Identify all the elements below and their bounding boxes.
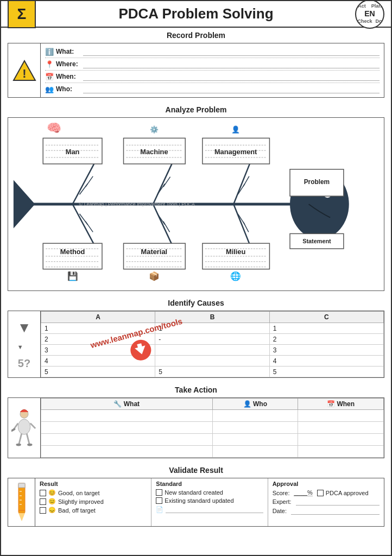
people-icon: 👥 — [45, 85, 54, 93]
svg-line-8 — [153, 164, 172, 204]
svg-text:© Leanmap | Performance Improv: © Leanmap | Performance Improvement Tool… — [79, 201, 195, 207]
result-bad-row: 😞 Bad, off target — [40, 507, 147, 514]
pdca-approved-label: PDCA approved — [326, 490, 369, 496]
validate-result-title: Validate Result — [8, 466, 384, 475]
new-standard-label: New standard created — [165, 489, 223, 496]
pdca-badge: Act Plan EN Check Do — [355, 0, 384, 29]
action-col-what: 🔧 What — [41, 399, 213, 410]
record-fields: ℹ️ What: 📍 Where: 📅 When: — [41, 43, 384, 97]
bad-label: Bad, off target — [58, 507, 96, 514]
funnel-icon: ▼▼ — [17, 319, 31, 353]
action-col-when: 📅 When — [298, 399, 384, 410]
svg-marker-3 — [14, 180, 35, 229]
record-when-line — [83, 72, 380, 81]
svg-line-12 — [233, 204, 250, 244]
record-problem-section: Record Problem ! ℹ️ What: 📍 Whe — [1, 28, 391, 102]
validate-box: Result 😊 Good, on target 😐 Slightly impr… — [8, 478, 384, 527]
causes-box: ▼▼ 5? A B C 1 1 1 2 - 2 — [8, 311, 384, 378]
causes-row-4: 4 4 — [41, 356, 384, 367]
action-table: 🔧 What 👤 Who 📅 When — [41, 398, 384, 458]
download-icon — [128, 337, 154, 363]
identify-causes-section: Identify Causes ▼▼ 5? A B C 1 1 1 2 - — [1, 295, 391, 382]
improved-label: Slightly improved — [58, 498, 104, 505]
causes-header-row: A B C — [41, 312, 384, 323]
standard-new-row: New standard created — [156, 489, 263, 496]
action-header-row: 🔧 What 👤 Who 📅 When — [41, 399, 384, 410]
bad-checkbox[interactable] — [40, 507, 46, 514]
svg-text:Statement: Statement — [302, 238, 331, 244]
svg-text:Machine: Machine — [140, 148, 168, 156]
badge-check: Check — [357, 18, 372, 24]
action-row-4 — [41, 446, 384, 458]
validate-icon-area — [8, 478, 35, 526]
record-when-label: 📅 When: — [45, 73, 83, 81]
svg-text:📦: 📦 — [149, 271, 160, 281]
validate-result-section: Validate Result Result — [1, 463, 391, 531]
badge-lang: EN — [364, 9, 375, 18]
five-why-label: 5? — [18, 357, 30, 370]
causes-row-5: 5 5 5 — [41, 367, 384, 377]
good-emoji: 😊 — [48, 489, 56, 496]
good-checkbox[interactable] — [40, 490, 46, 496]
record-what-label: ℹ️ What: — [45, 48, 83, 56]
record-what-row: ℹ️ What: — [45, 46, 380, 58]
record-problem-title: Record Problem — [8, 31, 384, 40]
improved-checkbox[interactable] — [40, 498, 46, 505]
svg-line-75 — [30, 423, 35, 428]
result-improved-row: 😐 Slightly improved — [40, 498, 147, 505]
info-icon: ℹ️ — [45, 48, 54, 56]
fishbone-svg: 🧠 Man ⚙️ Machine 👤 Management Method — [8, 118, 384, 290]
svg-line-9 — [233, 164, 250, 204]
score-value: ____% — [294, 489, 312, 496]
expert-line — [296, 498, 380, 506]
badge-plan: Plan — [371, 3, 382, 9]
record-when-row: 📅 When: — [45, 71, 380, 83]
warning-icon-area: ! — [8, 43, 41, 97]
good-label: Good, on target — [58, 490, 99, 496]
svg-line-18 — [163, 177, 170, 187]
location-icon: 📍 — [45, 60, 54, 68]
svg-line-7 — [73, 164, 94, 204]
causes-col-a: A — [41, 312, 155, 323]
identify-causes-title: Identify Causes — [8, 299, 384, 307]
existing-standard-checkbox[interactable] — [156, 497, 162, 504]
svg-text:Problem: Problem — [304, 178, 330, 186]
result-good-row: 😊 Good, on target — [40, 489, 147, 496]
record-who-line — [83, 85, 380, 93]
action-col-who: 👤 Who — [212, 399, 298, 410]
doc-icon: 📄 — [156, 506, 163, 513]
standard-doc-row: 📄 — [156, 506, 263, 513]
record-where-line — [83, 60, 380, 68]
expert-row: Expert: — [273, 498, 380, 506]
improved-emoji: 😐 — [48, 498, 56, 505]
score-label: Score: — [273, 490, 290, 496]
validate-columns: Result 😊 Good, on target 😐 Slightly impr… — [35, 478, 384, 526]
person-icon: 👤 — [243, 400, 251, 408]
svg-text:Management: Management — [214, 148, 257, 156]
approval-col-title: Approval — [273, 481, 380, 487]
validate-standard-col: Standard New standard created Existing s… — [151, 478, 268, 526]
date-row: Date: — [273, 507, 380, 515]
pdca-approved-checkbox[interactable] — [317, 490, 324, 496]
validate-result-col: Result 😊 Good, on target 😐 Slightly impr… — [35, 478, 151, 526]
badge-do: Do — [376, 18, 382, 24]
svg-point-79 — [16, 443, 21, 446]
action-row-2 — [41, 422, 384, 434]
validate-approval-col: Approval Score: ____% PDCA approved Expe… — [268, 478, 384, 526]
action-row-3 — [41, 434, 384, 446]
page-title: PDCA Problem Solving — [118, 5, 273, 22]
record-who-label: 👥 Who: — [45, 85, 83, 93]
svg-line-11 — [153, 204, 172, 244]
new-standard-checkbox[interactable] — [156, 489, 162, 496]
take-action-box: 🔧 What 👤 Who 📅 When — [8, 397, 384, 458]
sigma-logo: Σ — [8, 0, 36, 28]
analyze-problem-section: Analyze Problem — [1, 102, 391, 295]
pencil-ruler-icon — [12, 481, 31, 524]
svg-point-73 — [18, 419, 30, 434]
record-where-label: 📍 Where: — [45, 60, 83, 68]
worker-icon-area — [8, 398, 41, 458]
worker-figure — [11, 408, 37, 448]
svg-text:⚙️: ⚙️ — [150, 125, 159, 134]
header: Σ PDCA Problem Solving Act Plan EN Check… — [1, 1, 391, 28]
svg-text:Man: Man — [66, 148, 80, 156]
